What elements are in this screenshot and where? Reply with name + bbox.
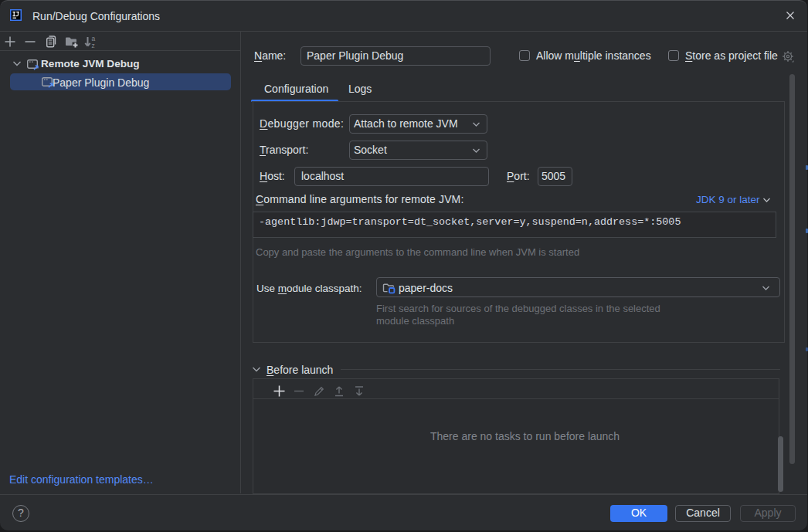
svg-text:z: z — [92, 42, 95, 49]
